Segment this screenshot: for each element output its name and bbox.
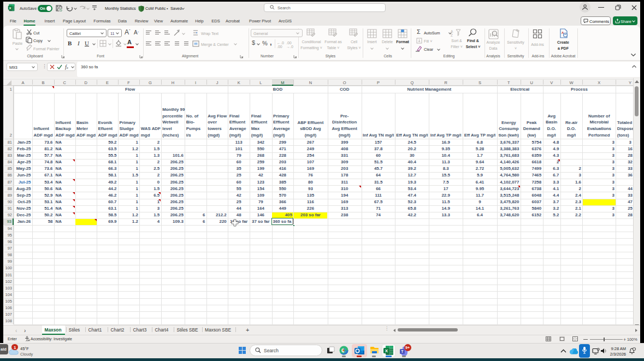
svg-text:T: T (401, 350, 404, 353)
svg-text:Z: Z (451, 33, 453, 37)
svg-text:A: A (451, 29, 453, 33)
svg-text:X: X (385, 348, 388, 353)
